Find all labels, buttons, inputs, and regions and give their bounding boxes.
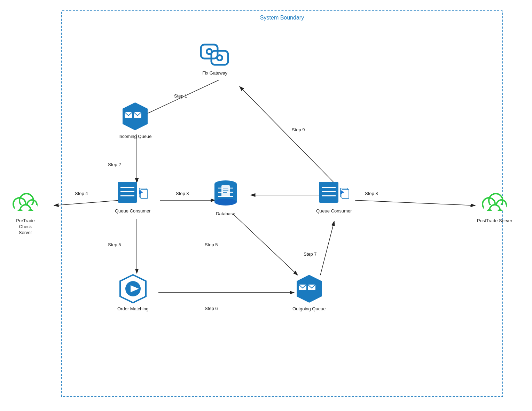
outgoing-queue-node: Outgoing Queue (292, 273, 326, 312)
incoming-queue-icon (121, 101, 149, 132)
step7-label: Step 7 (304, 251, 317, 257)
svg-rect-35 (221, 185, 230, 196)
svg-rect-44 (342, 189, 349, 199)
svg-point-16 (208, 50, 211, 53)
posttrade-server-icon (479, 191, 510, 216)
posttrade-server-label: PostTrade Server (477, 218, 512, 224)
svg-rect-27 (141, 189, 148, 199)
queue-consumer-right-icon (318, 181, 350, 206)
order-matching-label: Order Matching (117, 306, 149, 312)
svg-rect-55 (15, 205, 37, 211)
step6-label: Step 6 (205, 306, 218, 311)
step4-label: Step 4 (75, 191, 88, 196)
step5a-label: Step 5 (108, 242, 121, 247)
svg-rect-39 (319, 182, 338, 203)
step3-label: Step 3 (176, 191, 189, 196)
queue-consumer-left-node: Queue Consumer (115, 181, 151, 214)
svg-point-31 (214, 199, 237, 206)
step1-label: Step 1 (174, 93, 187, 99)
queue-consumer-left-icon (117, 181, 148, 206)
pretrade-server-icon (10, 191, 41, 216)
diagram-container: System Boundary (0, 0, 532, 411)
boundary-label: System Boundary (260, 15, 304, 21)
step9-label: Step 9 (292, 127, 305, 132)
database-icon (212, 178, 240, 209)
posttrade-server-node: PostTrade Server (477, 191, 512, 224)
queue-consumer-right-node: Queue Consumer (316, 181, 352, 214)
database-node: Database (212, 178, 240, 217)
incoming-queue-node: Incoming Queue (118, 101, 151, 140)
incoming-queue-label: Incoming Queue (118, 134, 151, 140)
svg-rect-61 (484, 205, 506, 211)
step2-label: Step 2 (108, 162, 121, 167)
queue-consumer-right-label: Queue Consumer (316, 208, 352, 214)
database-label: Database (216, 211, 235, 217)
svg-point-18 (218, 56, 221, 60)
fix-gateway-icon (199, 41, 230, 68)
fix-gateway-label: Fix Gateway (202, 70, 227, 76)
pretrade-server-node: PreTrade CheckServer (10, 191, 41, 236)
queue-consumer-left-label: Queue Consumer (115, 208, 151, 214)
outgoing-queue-icon (295, 273, 323, 304)
step8-label: Step 8 (365, 191, 378, 196)
outgoing-queue-label: Outgoing Queue (292, 306, 326, 312)
order-matching-icon (118, 273, 148, 304)
order-matching-node: Order Matching (117, 273, 149, 312)
pretrade-server-label: PreTrade CheckServer (10, 218, 41, 236)
svg-rect-22 (118, 182, 137, 203)
step5b-label: Step 5 (205, 242, 218, 247)
fix-gateway-node: Fix Gateway (199, 41, 230, 76)
